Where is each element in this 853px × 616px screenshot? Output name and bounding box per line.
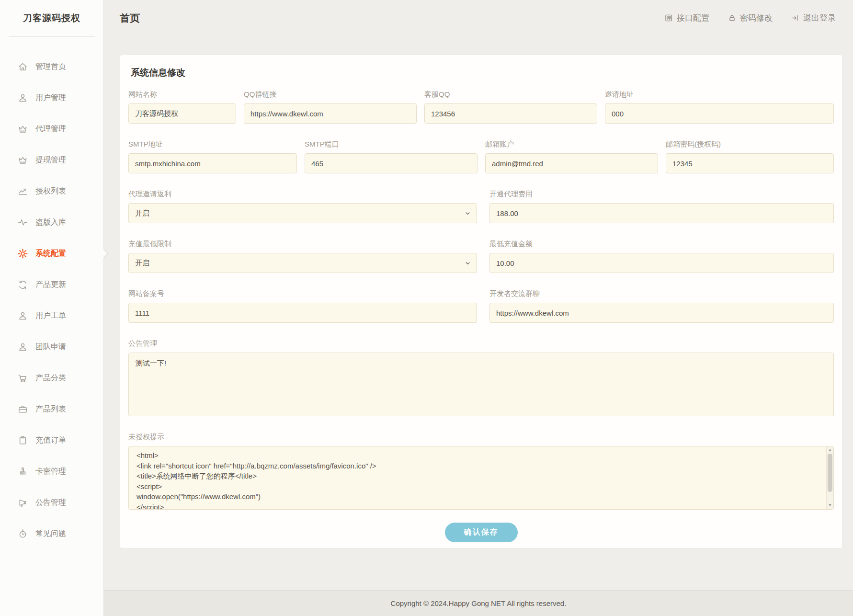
sidebar-item-withdraw-manage[interactable]: 提现管理 bbox=[0, 145, 103, 176]
sidebar-item-label: 提现管理 bbox=[35, 155, 66, 165]
min-recharge-field: 最低充值金额 bbox=[489, 240, 834, 273]
field-label: SMTP地址 bbox=[128, 140, 297, 149]
recharge-limit-select[interactable]: 开启 bbox=[128, 253, 477, 273]
pulse-icon bbox=[17, 217, 28, 228]
scrollbar-down-arrow[interactable]: ▼ bbox=[827, 503, 833, 508]
change-password-button[interactable]: 密码修改 bbox=[728, 12, 773, 23]
mail-password-input[interactable] bbox=[666, 153, 834, 173]
icp-number-input[interactable] bbox=[128, 303, 477, 323]
invite-address-input[interactable] bbox=[605, 103, 834, 124]
home-icon bbox=[17, 61, 28, 72]
qq-group-link-field: QQ群链接 bbox=[244, 90, 417, 124]
announcement-textarea[interactable] bbox=[128, 353, 834, 416]
dev-group-input[interactable] bbox=[489, 303, 834, 323]
dev-group-field: 开发者交流群聊 bbox=[489, 289, 834, 323]
user-icon bbox=[17, 92, 28, 103]
field-label: 公告管理 bbox=[128, 339, 834, 348]
form-row-1: 网站名称 QQ群链接 客服QQ 邀请地址 bbox=[128, 90, 834, 124]
agent-rebate-selected-value: 开启 bbox=[135, 209, 149, 218]
smtp-port-input[interactable] bbox=[305, 153, 478, 173]
site-name-input[interactable] bbox=[128, 103, 236, 124]
icp-number-field: 网站备案号 bbox=[128, 289, 477, 323]
sidebar-item-label: 系统配置 bbox=[35, 249, 66, 259]
sidebar-item-user-ticket[interactable]: 用户工单 bbox=[0, 300, 103, 331]
sidebar-item-system-config[interactable]: 系统配置 bbox=[0, 238, 103, 269]
sidebar-item-label: 管理首页 bbox=[35, 62, 66, 72]
api-config-button[interactable]: 接口配置 bbox=[664, 12, 709, 23]
scrollbar-thumb[interactable] bbox=[828, 454, 832, 492]
sidebar-item-agent-manage[interactable]: 代理管理 bbox=[0, 114, 103, 145]
sidebar-item-manage-home[interactable]: 管理首页 bbox=[0, 51, 103, 82]
mail-account-input[interactable] bbox=[485, 153, 658, 173]
form-row-unauthorized: 未授权提示 ▲ ▼ bbox=[128, 433, 834, 510]
api-config-label: 接口配置 bbox=[677, 12, 709, 23]
field-label: 充值最低限制 bbox=[128, 240, 477, 249]
logout-button[interactable]: 退出登录 bbox=[791, 12, 836, 23]
field-label: 开通代理费用 bbox=[489, 190, 834, 199]
button-row: 确认保存 bbox=[128, 523, 834, 542]
field-label: 开发者交流群聊 bbox=[489, 289, 834, 298]
mail-account-field: 邮箱账户 bbox=[485, 140, 658, 173]
smtp-address-input[interactable] bbox=[128, 153, 297, 173]
announcement-field: 公告管理 bbox=[128, 339, 834, 416]
logout-label: 退出登录 bbox=[803, 12, 836, 23]
gear-icon bbox=[17, 248, 28, 259]
scrollbar-up-arrow[interactable]: ▲ bbox=[827, 448, 833, 453]
megaphone-icon bbox=[17, 497, 28, 508]
sidebar-item-pirate-store[interactable]: 盗版入库 bbox=[0, 207, 103, 238]
unauthorized-tip-textarea[interactable] bbox=[128, 446, 834, 510]
sidebar-item-team-apply[interactable]: 团队申请 bbox=[0, 331, 103, 363]
sidebar-item-announce-manage[interactable]: 公告管理 bbox=[0, 487, 103, 518]
min-recharge-input[interactable] bbox=[489, 253, 834, 273]
agent-fee-field: 开通代理费用 bbox=[489, 190, 834, 223]
sidebar-item-auth-list[interactable]: 授权列表 bbox=[0, 176, 103, 207]
field-label: 客服QQ bbox=[424, 90, 597, 99]
sidebar-item-label: 代理管理 bbox=[35, 124, 66, 134]
cart-icon bbox=[17, 373, 28, 384]
main-area: 首页 接口配置 密码修改 退出登录 系统信息修改 网站名称 bbox=[104, 0, 853, 616]
field-label: SMTP端口 bbox=[305, 140, 478, 149]
textarea-scrollbar[interactable]: ▲ ▼ bbox=[826, 446, 833, 509]
app-logo: 刀客源码授权 bbox=[0, 0, 103, 36]
sidebar-item-product-list[interactable]: 产品列表 bbox=[0, 394, 103, 425]
sidebar-item-label: 盗版入库 bbox=[35, 217, 66, 228]
smtp-address-field: SMTP地址 bbox=[128, 140, 297, 173]
recharge-limit-selected-value: 开启 bbox=[135, 259, 149, 268]
confirm-save-button[interactable]: 确认保存 bbox=[445, 523, 518, 542]
sidebar-item-label: 充值订单 bbox=[35, 435, 66, 445]
field-label: 未授权提示 bbox=[128, 433, 834, 442]
sidebar-item-user-manage[interactable]: 用户管理 bbox=[0, 82, 103, 114]
form-row-2: SMTP地址 SMTP端口 邮箱账户 邮箱密码(授权码) bbox=[128, 140, 834, 173]
briefcase-icon bbox=[17, 404, 28, 415]
field-label: 邮箱账户 bbox=[485, 140, 658, 149]
system-info-card: 系统信息修改 网站名称 QQ群链接 客服QQ 邀请地址 bbox=[120, 55, 842, 548]
recharge-limit-field: 充值最低限制 开启 bbox=[128, 240, 477, 273]
chevron-down-icon bbox=[465, 210, 471, 217]
field-label: 邀请地址 bbox=[605, 90, 834, 99]
qq-group-link-input[interactable] bbox=[244, 103, 417, 124]
field-label: 邮箱密码(授权码) bbox=[666, 140, 834, 149]
clipboard-icon bbox=[17, 435, 28, 446]
sidebar-item-label: 授权列表 bbox=[35, 186, 66, 196]
sidebar-item-recharge-order[interactable]: 充值订单 bbox=[0, 425, 103, 456]
agent-rebate-select[interactable]: 开启 bbox=[128, 203, 477, 223]
form-row-3: 代理邀请返利 开启 开通代理费用 bbox=[128, 190, 834, 223]
sidebar-item-label: 团队申请 bbox=[35, 342, 66, 352]
sidebar-item-product-category[interactable]: 产品分类 bbox=[0, 363, 103, 394]
lock-icon bbox=[728, 13, 737, 23]
sidebar-item-card-key-manage[interactable]: 卡密管理 bbox=[0, 456, 103, 487]
field-label: 网站名称 bbox=[128, 90, 236, 99]
smtp-port-field: SMTP端口 bbox=[305, 140, 478, 173]
field-label: 网站备案号 bbox=[128, 289, 477, 298]
page-title: 首页 bbox=[120, 11, 140, 25]
sidebar-item-product-update[interactable]: 产品更新 bbox=[0, 269, 103, 300]
crown-icon bbox=[17, 124, 28, 135]
sidebar-item-label: 用户管理 bbox=[35, 93, 66, 103]
service-qq-input[interactable] bbox=[424, 103, 597, 124]
refresh-icon bbox=[17, 279, 28, 290]
mail-password-field: 邮箱密码(授权码) bbox=[666, 140, 834, 173]
chevron-down-icon bbox=[465, 260, 471, 266]
agent-fee-input[interactable] bbox=[489, 203, 834, 223]
sidebar-item-faq[interactable]: 常见问题 bbox=[0, 518, 103, 549]
sidebar: 刀客源码授权 管理首页 用户管理 代理管理 提现管理 授权列表 盗版入库 bbox=[0, 0, 104, 616]
